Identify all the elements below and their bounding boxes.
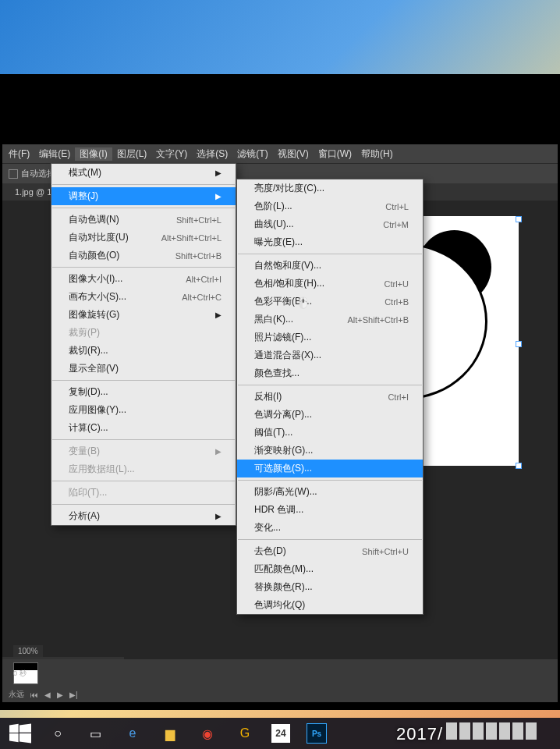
menu-item-自动颜色(O)[interactable]: 自动颜色(O)Shift+Ctrl+B (51, 247, 236, 264)
menu-item-自然饱和度(V)...[interactable]: 自然饱和度(V)... (237, 257, 423, 275)
menu-item-裁剪(P): 裁剪(P) (51, 324, 236, 342)
menu-item-自动对比度(U)[interactable]: 自动对比度(U)Alt+Shift+Ctrl+L (51, 229, 236, 247)
menu-item-HDR 色调...[interactable]: HDR 色调... (237, 501, 423, 519)
menu-item-label: 曝光度(E)... (254, 236, 303, 249)
menu-item-label: 图像旋转(G) (69, 308, 119, 321)
menu-item-色阶(L)...[interactable]: 色阶(L)...Ctrl+L (237, 197, 423, 215)
menu-item-曝光度(E)...[interactable]: 曝光度(E)... (237, 233, 423, 251)
next-frame-icon[interactable]: ▶| (69, 690, 78, 699)
menu-item-变量(B): 变量(B)▶ (51, 442, 236, 460)
menu-item-调整(J)[interactable]: 调整(J)▶ (51, 187, 236, 205)
menu-item-画布大小(S)...[interactable]: 画布大小(S)...Alt+Ctrl+C (51, 288, 236, 306)
camera-watermark: 2017/ (396, 722, 537, 744)
search-icon[interactable]: ○ (47, 722, 69, 744)
menu-item-色调均化(Q)[interactable]: 色调均化(Q) (237, 596, 423, 614)
loop-dropdown[interactable]: 永远 (9, 689, 24, 700)
transform-handle-tr[interactable] (516, 216, 522, 222)
file-explorer-icon[interactable]: ▆ (159, 722, 181, 744)
chrome-icon[interactable]: G (234, 722, 256, 744)
photoshop-taskbar-icon[interactable]: Ps (306, 722, 328, 744)
submenu-arrow-icon: ▶ (215, 512, 222, 520)
menu-item-颜色查找...[interactable]: 颜色查找... (237, 364, 423, 382)
menu-separator (52, 267, 235, 268)
menu-item-label: 分析(A) (69, 509, 100, 523)
menu-编辑(E)[interactable]: 编辑(E) (34, 147, 75, 161)
timeline-controls: 永远 ⏮ ◀ ▶ ▶| (9, 687, 78, 702)
menu-item-label: 渐变映射(G)... (254, 444, 313, 457)
menu-item-渐变映射(G)...[interactable]: 渐变映射(G)... (237, 442, 423, 460)
menu-shortcut: Ctrl+U (385, 279, 409, 289)
menu-窗口(W)[interactable]: 窗口(W) (314, 147, 356, 161)
timeline-frame-duration[interactable]: 0 秒 (13, 669, 27, 679)
menu-文字(Y)[interactable]: 文字(Y) (151, 147, 192, 161)
timeline-panel: 0 秒 永远 ⏮ ◀ ▶ ▶| (2, 659, 558, 702)
menu-图层(L)[interactable]: 图层(L) (112, 147, 152, 161)
menu-件(F)[interactable]: 件(F) (4, 147, 34, 161)
menu-shortcut: Alt+Ctrl+I (186, 275, 222, 284)
menu-item-色相/饱和度(H)...[interactable]: 色相/饱和度(H)...Ctrl+U (237, 275, 423, 293)
transform-handle-br[interactable] (516, 463, 522, 469)
app-icon-red[interactable]: ◉ (197, 722, 218, 744)
menu-item-计算(C)...[interactable]: 计算(C)... (51, 419, 236, 437)
calendar-icon[interactable]: 24 (271, 724, 290, 743)
menu-item-label: 匹配颜色(M)... (254, 563, 314, 576)
menu-separator (52, 184, 235, 185)
menu-item-色调分离(P)...[interactable]: 色调分离(P)... (237, 406, 423, 424)
menu-separator (52, 439, 235, 440)
menu-item-匹配颜色(M)...[interactable]: 匹配颜色(M)... (237, 560, 423, 578)
menu-item-label: 色彩平衡(B)... (254, 295, 312, 308)
menu-item-反相(I)[interactable]: 反相(I)Ctrl+I (237, 388, 423, 406)
checkbox-auto-select[interactable] (9, 169, 18, 179)
menu-item-阈值(T)...[interactable]: 阈值(T)... (237, 424, 423, 442)
menu-item-变化...[interactable]: 变化... (237, 519, 423, 537)
menu-shortcut: Shift+Ctrl+U (362, 547, 409, 556)
menu-item-显示全部(V)[interactable]: 显示全部(V) (51, 360, 236, 378)
menu-item-黑白(K)...[interactable]: 黑白(K)...Alt+Shift+Ctrl+B (237, 311, 423, 328)
menu-item-label: 复制(D)... (69, 385, 108, 399)
menu-item-label: 自动对比度(U) (69, 231, 129, 244)
menu-item-可选颜色(S)...[interactable]: 可选颜色(S)... (237, 460, 423, 477)
menu-item-模式(M)[interactable]: 模式(M)▶ (51, 164, 236, 182)
menu-item-应用图像(Y)...[interactable]: 应用图像(Y)... (51, 401, 236, 419)
rewind-icon[interactable]: ⏮ (30, 690, 38, 699)
menu-item-label: 照片滤镜(F)... (254, 331, 311, 344)
menu-item-阴影/高光(W)...[interactable]: 阴影/高光(W)... (237, 483, 423, 501)
menu-item-分析(A)[interactable]: 分析(A)▶ (51, 507, 236, 525)
transform-handle-mr[interactable] (516, 341, 522, 347)
menu-item-色彩平衡(B)...[interactable]: 色彩平衡(B)...Ctrl+B (237, 293, 423, 311)
menu-视图(V)[interactable]: 视图(V) (273, 147, 314, 161)
edge-browser-icon[interactable]: e (122, 722, 144, 744)
menu-item-自动色调(N)[interactable]: 自动色调(N)Shift+Ctrl+L (51, 211, 236, 229)
menu-item-曲线(U)...[interactable]: 曲线(U)...Ctrl+M (237, 215, 423, 233)
menu-item-去色(D)[interactable]: 去色(D)Shift+Ctrl+U (237, 542, 423, 560)
menu-item-label: 应用图像(Y)... (69, 403, 126, 417)
menu-item-label: 曲线(U)... (254, 218, 294, 231)
menu-item-图像旋转(G)[interactable]: 图像旋转(G)▶ (51, 306, 236, 324)
menu-item-裁切(R)...[interactable]: 裁切(R)... (51, 342, 236, 360)
menu-item-图像大小(I)...[interactable]: 图像大小(I)...Alt+Ctrl+I (51, 270, 236, 288)
menu-item-label: 自然饱和度(V)... (254, 259, 321, 272)
menu-item-label: 画布大小(S)... (69, 290, 126, 304)
menu-item-label: 自动颜色(O) (69, 249, 119, 262)
play-icon[interactable]: ▶ (57, 690, 63, 699)
menu-滤镜(T)[interactable]: 滤镜(T) (232, 147, 272, 161)
menu-item-复制(D)...[interactable]: 复制(D)... (51, 383, 236, 401)
menu-item-替换颜色(R)...[interactable]: 替换颜色(R)... (237, 578, 423, 596)
zoom-level[interactable]: 100% (13, 645, 43, 657)
menu-选择(S)[interactable]: 选择(S) (192, 147, 232, 161)
menu-item-label: 替换颜色(R)... (254, 580, 313, 594)
menu-帮助(H)[interactable]: 帮助(H) (356, 147, 398, 161)
task-view-icon[interactable]: ▭ (84, 722, 106, 744)
menu-shortcut: Ctrl+I (388, 392, 409, 402)
prev-frame-icon[interactable]: ◀ (44, 690, 51, 699)
menu-item-label: 亮度/对比度(C)... (254, 182, 324, 195)
menu-item-label: 色阶(L)... (254, 200, 292, 213)
menu-item-label: 色相/饱和度(H)... (254, 277, 324, 290)
menu-item-亮度/对比度(C)...[interactable]: 亮度/对比度(C)... (237, 179, 423, 197)
start-button[interactable] (9, 722, 31, 744)
menu-item-照片滤镜(F)...[interactable]: 照片滤镜(F)... (237, 328, 423, 346)
menu-item-label: 阴影/高光(W)... (254, 485, 317, 499)
menu-图像(I)[interactable]: 图像(I) (75, 147, 112, 161)
menu-item-label: 反相(I) (254, 390, 282, 403)
menu-item-通道混合器(X)...[interactable]: 通道混合器(X)... (237, 346, 423, 364)
